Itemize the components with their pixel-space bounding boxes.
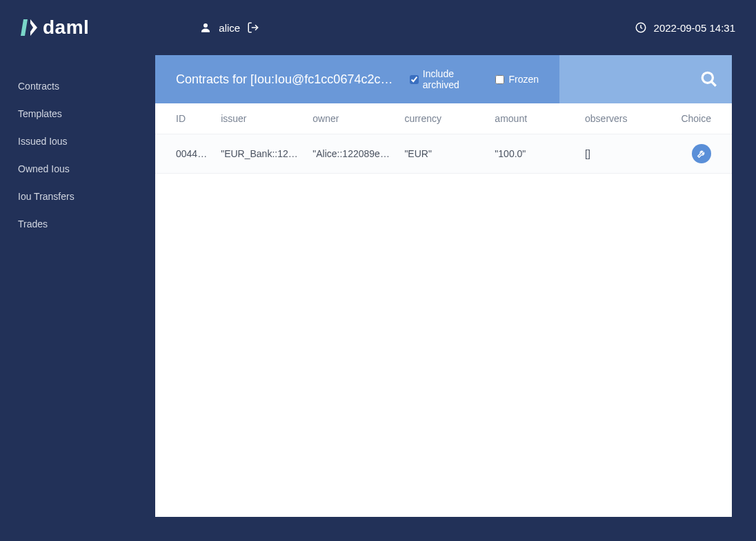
include-archived-label: Include archived <box>423 68 485 90</box>
sidebar-item-contracts[interactable]: Contracts <box>0 72 155 100</box>
user-icon <box>199 21 212 34</box>
cell-owner: "Alice::122089e95… <box>306 134 397 174</box>
logout-icon[interactable] <box>247 21 259 34</box>
logo[interactable]: daml <box>21 17 89 39</box>
frozen-label: Frozen <box>508 74 539 85</box>
sidebar-item-iou-transfers[interactable]: Iou Transfers <box>0 183 155 210</box>
col-amount[interactable]: amount <box>488 103 578 134</box>
choice-button[interactable] <box>692 144 711 163</box>
cell-currency: "EUR" <box>397 134 488 174</box>
col-choice[interactable]: Choice <box>668 103 732 134</box>
wrench-icon <box>697 149 706 159</box>
cell-id: 0044… <box>155 134 214 174</box>
page-title: Contracts for [Iou:Iou@fc1cc0674c2c6a3f7… <box>176 72 399 87</box>
search-icon[interactable] <box>700 70 718 88</box>
sidebar-item-templates[interactable]: Templates <box>0 100 155 127</box>
col-owner[interactable]: owner <box>306 103 397 134</box>
cell-issuer: "EUR_Bank::1220… <box>214 134 306 174</box>
sidebar-item-label: Contracts <box>18 81 59 92</box>
logo-icon <box>21 18 37 37</box>
sidebar-item-label: Issued Ious <box>18 136 68 147</box>
sidebar-item-issued-ious[interactable]: Issued Ious <box>0 127 155 155</box>
svg-point-2 <box>702 72 713 83</box>
include-archived-toggle[interactable]: Include archived <box>410 68 485 90</box>
include-archived-checkbox[interactable] <box>410 75 419 84</box>
svg-line-3 <box>711 81 716 86</box>
frozen-checkbox[interactable] <box>495 75 504 84</box>
sidebar-item-label: Trades <box>18 218 48 229</box>
sidebar-item-label: Iou Transfers <box>18 191 74 202</box>
clock-icon <box>635 21 647 34</box>
sidebar: Contracts Templates Issued Ious Owned Io… <box>0 55 155 541</box>
svg-point-0 <box>203 23 208 28</box>
col-id[interactable]: ID <box>155 103 214 134</box>
table-row[interactable]: 0044… "EUR_Bank::1220… "Alice::122089e95… <box>155 134 732 174</box>
frozen-toggle[interactable]: Frozen <box>495 74 539 85</box>
sidebar-item-trades[interactable]: Trades <box>0 210 155 238</box>
contracts-table: ID issuer owner currency amount observer… <box>155 103 732 174</box>
datetime: 2022-09-05 14:31 <box>654 22 735 34</box>
col-currency[interactable]: currency <box>397 103 488 134</box>
main-panel: Contracts for [Iou:Iou@fc1cc0674c2c6a3f7… <box>155 55 732 517</box>
col-observers[interactable]: observers <box>578 103 668 134</box>
sidebar-item-label: Templates <box>18 108 62 119</box>
username: alice <box>219 22 240 34</box>
cell-observers: [] <box>578 134 668 174</box>
sidebar-item-label: Owned Ious <box>18 163 70 174</box>
col-issuer[interactable]: issuer <box>214 103 306 134</box>
logo-text: daml <box>43 17 89 39</box>
sidebar-item-owned-ious[interactable]: Owned Ious <box>0 155 155 183</box>
cell-amount: "100.0" <box>488 134 578 174</box>
